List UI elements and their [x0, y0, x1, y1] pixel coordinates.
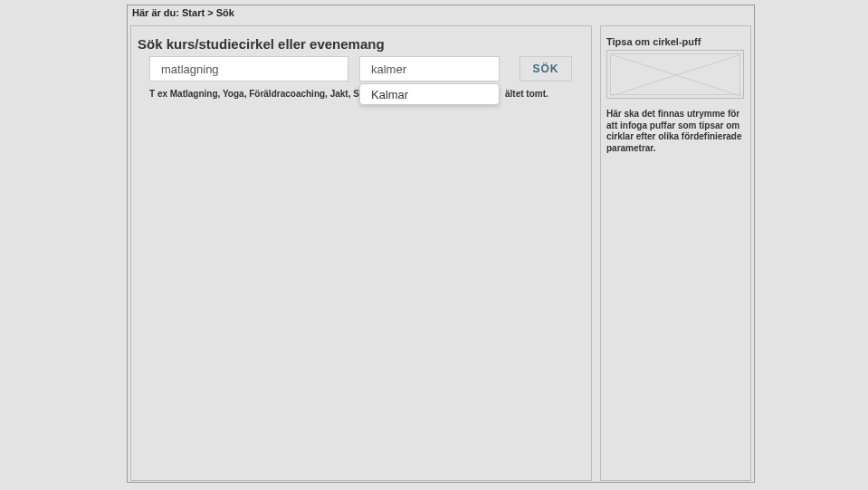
search-button-label: SÖK — [532, 62, 558, 75]
breadcrumb-path: Start > Sök — [182, 7, 234, 18]
breadcrumb: Här är du: Start > Sök — [132, 7, 234, 18]
keyword-value: matlagning — [161, 62, 219, 76]
location-hint-tail: ältet tomt. — [505, 89, 548, 99]
canvas: Här är du: Start > Sök Sök kurs/studieci… — [0, 0, 868, 490]
breadcrumb-prefix: Här är du: — [132, 7, 179, 18]
keyword-input[interactable]: matlagning — [149, 56, 348, 82]
location-value: kalmer — [371, 62, 406, 76]
placeholder-cross-icon — [611, 54, 741, 96]
sidebar-placeholder-inner — [610, 53, 740, 95]
dropdown-option: Kalmar — [371, 88, 408, 101]
search-title: Sök kurs/studiecirkel eller evenemang — [138, 36, 385, 52]
location-suggestion-dropdown[interactable]: Kalmar — [359, 83, 500, 105]
keyword-hint: T ex Matlagning, Yoga, Föräldracoaching,… — [149, 89, 390, 99]
sidebar-description: Här ska det finnas utrymme för att infog… — [606, 109, 744, 154]
search-button[interactable]: SÖK — [520, 56, 572, 82]
location-input[interactable]: kalmer — [359, 56, 500, 82]
sidebar-placeholder-box — [606, 50, 744, 99]
sidebar-title: Tipsa om cirkel-puff — [606, 36, 701, 47]
